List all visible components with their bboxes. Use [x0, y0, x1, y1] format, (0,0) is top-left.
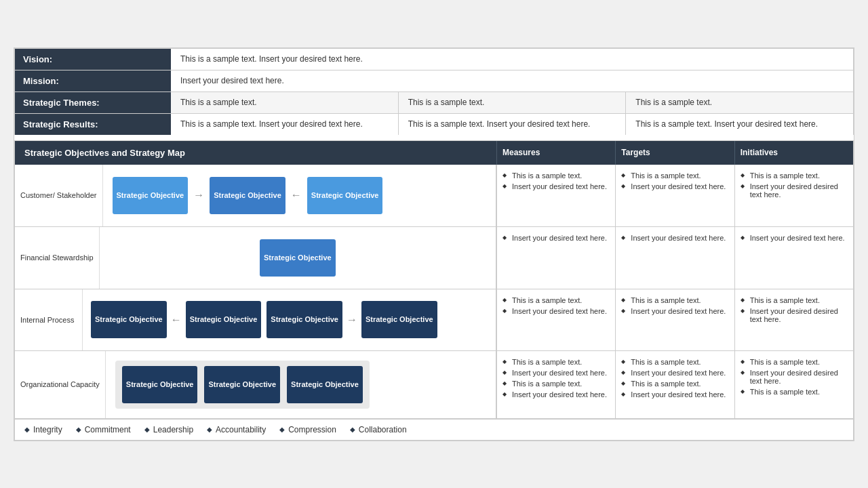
ip-obj-4: Strategic Objective: [361, 301, 437, 338]
financial-label: Financial Stewardship: [15, 227, 100, 289]
diamond-icon-2: ◆: [76, 426, 81, 433]
diamond-icon-3: ◆: [144, 426, 150, 433]
value-integrity: ◆ Integrity: [24, 425, 62, 434]
internal-measures: This is a sample text. Insert your desir…: [496, 289, 615, 350]
org-right: This is a sample text. Insert your desir…: [496, 351, 853, 418]
header-main: Strategic Objectives and Strategy Map: [15, 141, 496, 165]
financial-targets: Insert your desired text here.: [615, 227, 734, 289]
theme-3: This is a sample text.: [625, 92, 853, 113]
org-label: Organizational Capacity: [15, 351, 106, 418]
arrow-right-ip1: →: [345, 314, 359, 326]
customer-measures: This is a sample text. Insert your desir…: [496, 165, 615, 226]
strategic-results-row: Strategic Results: This is a sample text…: [15, 114, 853, 135]
oc-obj-2: Strategic Objective: [204, 366, 280, 403]
org-initiatives: This is a sample text. Insert your desir…: [734, 351, 853, 418]
result-2: This is a sample text. Insert your desir…: [398, 114, 626, 135]
financial-diagram: Strategic Objective: [100, 227, 496, 289]
result-1: This is a sample text. Insert your desir…: [171, 114, 398, 135]
mission-label: Mission:: [15, 70, 171, 92]
oc-obj-3: Strategic Objective: [287, 366, 363, 403]
fs-diagram: Strategic Objective: [256, 232, 340, 283]
internal-right: This is a sample text. Insert your desir…: [496, 289, 853, 350]
org-targets: This is a sample text. Insert your desir…: [615, 351, 734, 418]
theme-2: This is a sample text.: [398, 92, 626, 113]
customer-right: This is a sample text. Insert your desir…: [496, 165, 853, 226]
top-section: Vision: This is a sample text. Insert yo…: [14, 48, 854, 135]
header-initiatives: Initiatives: [734, 141, 853, 165]
value-commitment: ◆ Commitment: [76, 425, 131, 434]
cs-obj-3: Strategic Objective: [307, 177, 383, 214]
header-measures: Measures: [496, 141, 615, 165]
customer-label: Customer/ Stakeholder: [15, 165, 103, 226]
mission-row: Mission: Insert your desired text here.: [15, 70, 853, 92]
org-diagram: Strategic Objective Strategic Objective …: [106, 351, 496, 418]
ip-obj-3: Strategic Objective: [267, 301, 342, 338]
fs-obj-1: Strategic Objective: [260, 239, 336, 277]
value-compression: ◆ Compression: [279, 425, 336, 434]
value-accountability: ◆ Accountability: [207, 425, 266, 434]
financial-left: Financial Stewardship Strategic Objectiv…: [15, 227, 496, 289]
diamond-icon-1: ◆: [24, 426, 30, 433]
arrow-right-1: →: [192, 189, 205, 201]
vision-label: Vision:: [15, 49, 171, 70]
customer-row: Customer/ Stakeholder Strategic Objectiv…: [15, 165, 853, 227]
value-leadership: ◆ Leadership: [144, 425, 193, 434]
theme-1: This is a sample text.: [171, 92, 398, 113]
customer-left: Customer/ Stakeholder Strategic Objectiv…: [15, 165, 496, 226]
bottom-section: Strategic Objectives and Strategy Map Me…: [14, 140, 854, 441]
diamond-icon-5: ◆: [279, 426, 285, 433]
customer-initiatives: This is a sample text. Insert your desir…: [734, 165, 853, 226]
org-left: Organizational Capacity Strategic Object…: [15, 351, 496, 418]
financial-row: Financial Stewardship Strategic Objectiv…: [15, 227, 853, 289]
diamond-icon-6: ◆: [350, 426, 355, 433]
internal-row: Internal Process Strategic Objective ← S…: [15, 289, 853, 351]
financial-right: Insert your desired text here. Insert yo…: [496, 227, 853, 289]
strategic-themes-row: Strategic Themes: This is a sample text.…: [15, 92, 853, 114]
mission-content: Insert your desired text here.: [171, 70, 853, 92]
internal-left: Internal Process Strategic Objective ← S…: [15, 289, 496, 350]
internal-targets: This is a sample text. Insert your desir…: [615, 289, 734, 350]
result-3: This is a sample text. Insert your desir…: [625, 114, 853, 135]
oc-obj-1: Strategic Objective: [122, 366, 198, 403]
strategic-results-label: Strategic Results:: [15, 114, 171, 135]
org-row: Organizational Capacity Strategic Object…: [15, 351, 853, 419]
internal-label: Internal Process: [15, 289, 83, 350]
bottom-header: Strategic Objectives and Strategy Map Me…: [15, 141, 853, 165]
arrow-left-1: ←: [290, 189, 303, 201]
vision-content: This is a sample text. Insert your desir…: [171, 49, 853, 70]
financial-measures: Insert your desired text here.: [496, 227, 615, 289]
cs-obj-1: Strategic Objective: [113, 177, 189, 214]
header-targets: Targets: [615, 141, 734, 165]
cs-diagram: Strategic Objective → Strategic Objectiv…: [108, 170, 387, 221]
value-collaboration: ◆ Collaboration: [350, 425, 407, 434]
arrow-left-ip1: ←: [170, 314, 183, 326]
oc-diagram: Strategic Objective Strategic Objective …: [115, 361, 370, 409]
vision-row: Vision: This is a sample text. Insert yo…: [15, 49, 853, 70]
org-measures: This is a sample text. Insert your desir…: [496, 351, 615, 418]
financial-initiatives: Insert your desired text here.: [734, 227, 853, 289]
page-wrapper: Vision: This is a sample text. Insert yo…: [14, 47, 854, 441]
ip-diagram: Strategic Objective ← Strategic Objectiv…: [88, 296, 440, 344]
internal-initiatives: This is a sample text. Insert your desir…: [734, 289, 853, 350]
ip-obj-2: Strategic Objective: [186, 301, 262, 338]
customer-targets: This is a sample text. Insert your desir…: [615, 165, 734, 226]
ip-obj-1: Strategic Objective: [91, 301, 167, 338]
strategic-themes-content: This is a sample text. This is a sample …: [171, 92, 853, 113]
diamond-icon-4: ◆: [207, 426, 212, 433]
internal-diagram: Strategic Objective ← Strategic Objectiv…: [83, 289, 496, 350]
cs-obj-2: Strategic Objective: [210, 177, 285, 214]
customer-diagram: Strategic Objective → Strategic Objectiv…: [103, 165, 496, 226]
strategic-results-content: This is a sample text. Insert your desir…: [171, 114, 853, 135]
values-row: ◆ Integrity ◆ Commitment ◆ Leadership ◆ …: [15, 419, 853, 440]
strategic-themes-label: Strategic Themes:: [15, 92, 171, 113]
